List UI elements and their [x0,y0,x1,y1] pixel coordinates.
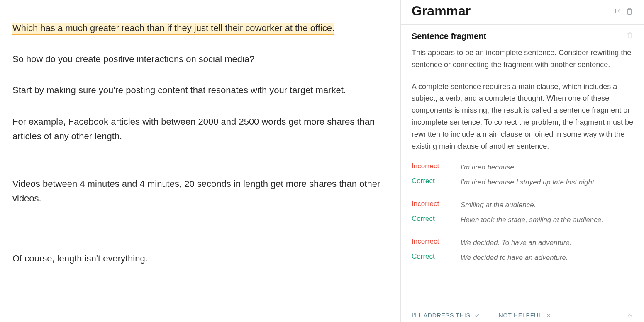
example-text: I'm tired because I stayed up late last … [461,177,633,188]
issue-header: Sentence fragment [412,31,633,41]
editor-paragraph[interactable]: Start by making sure you're posting cont… [12,83,388,97]
highlighted-sentence[interactable]: Which has a much greater reach than if t… [12,23,334,35]
incorrect-label: Incorrect [412,200,443,208]
incorrect-label: Incorrect [412,162,443,170]
issue-description: This appears to be an incomplete sentenc… [412,47,633,71]
address-button[interactable]: I'LL ADDRESS THIS [412,312,481,319]
trash-icon[interactable] [626,7,633,15]
check-icon [474,312,481,319]
example-group: Incorrect I'm tired because. Correct I'm… [412,162,633,187]
sidebar-header: Grammar 14 [401,0,644,25]
example-text: We decided to have an adventure. [461,252,633,263]
example-row-correct: Correct I'm tired because I stayed up la… [412,177,633,188]
examples-section: Incorrect I'm tired because. Correct I'm… [412,162,633,263]
incorrect-label: Incorrect [412,237,443,246]
sidebar-footer: I'LL ADDRESS THIS NOT HELPFUL [401,307,644,322]
trash-icon[interactable] [627,31,633,39]
close-icon [546,312,551,318]
chevron-up-icon[interactable] [627,312,633,319]
example-text: Smiling at the audience. [461,200,633,211]
example-row-incorrect: Incorrect I'm tired because. [412,162,633,173]
address-label: I'LL ADDRESS THIS [412,312,471,319]
sidebar-header-actions: 14 [614,7,633,15]
example-text: I'm tired because. [461,162,633,173]
grammar-sidebar: Grammar 14 Sentence fragment This appear… [400,0,644,322]
editor-paragraph-highlighted[interactable]: Which has a much greater reach than if t… [12,21,388,35]
not-helpful-button[interactable]: NOT HELPFUL [499,312,551,319]
editor-paragraph[interactable]: Of course, length isn't everything. [12,251,388,266]
example-text: Helen took the stage, smiling at the aud… [461,215,633,225]
correct-label: Correct [412,215,443,223]
example-row-incorrect: Incorrect Smiling at the audience. [412,200,633,211]
editor-paragraph[interactable]: Videos between 4 minutes and 4 minutes, … [12,177,388,206]
example-group: Incorrect We decided. To have an adventu… [412,237,633,263]
correct-label: Correct [412,177,443,185]
editor-pane[interactable]: Which has a much greater reach than if t… [0,0,400,322]
example-group: Incorrect Smiling at the audience. Corre… [412,200,633,225]
example-row-correct: Correct Helen took the stage, smiling at… [412,215,633,225]
example-row-incorrect: Incorrect We decided. To have an adventu… [412,237,633,248]
example-row-correct: Correct We decided to have an adventure. [412,252,633,263]
issue-count: 14 [614,7,621,15]
correct-label: Correct [412,252,443,261]
editor-paragraph[interactable]: So how do you create positive interactio… [12,52,388,66]
editor-paragraph[interactable]: For example, Facebook articles with betw… [12,114,388,143]
sidebar-body: Sentence fragment This appears to be an … [401,25,644,307]
not-helpful-label: NOT HELPFUL [499,312,542,319]
issue-title: Sentence fragment [412,31,486,41]
footer-actions: I'LL ADDRESS THIS NOT HELPFUL [412,312,551,319]
sidebar-title: Grammar [412,3,471,19]
example-text: We decided. To have an adventure. [461,237,633,248]
issue-description-detail: A complete sentence requires a main clau… [412,81,633,153]
